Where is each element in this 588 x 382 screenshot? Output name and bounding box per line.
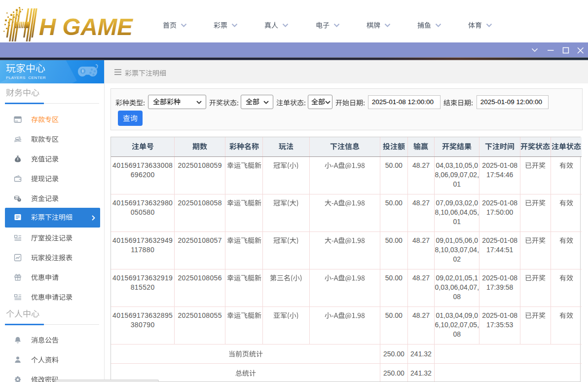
- svg-text:H GAME: H GAME: [39, 14, 133, 40]
